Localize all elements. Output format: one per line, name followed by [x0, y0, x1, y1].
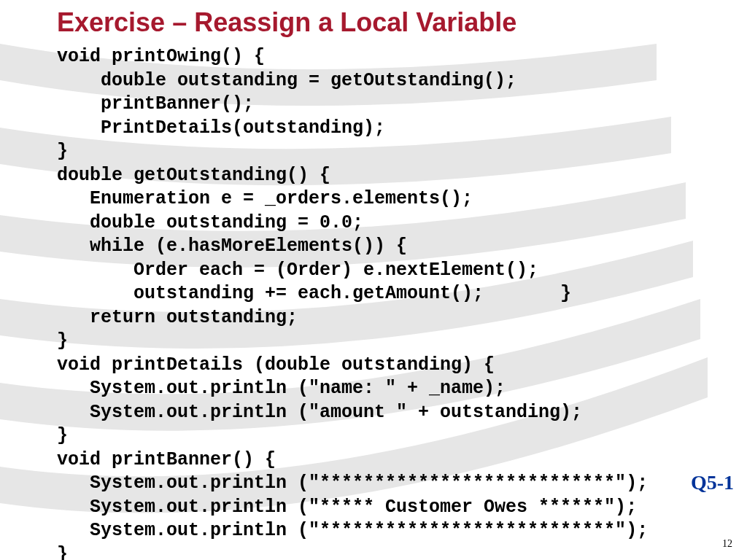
- code-block: void printOwing() { double outstanding =…: [57, 45, 711, 560]
- slide-content: Exercise – Reassign a Local Variable voi…: [0, 0, 747, 560]
- page-number: 12: [722, 538, 732, 550]
- question-label: Q5-1: [691, 471, 734, 494]
- slide-title: Exercise – Reassign a Local Variable: [57, 7, 711, 38]
